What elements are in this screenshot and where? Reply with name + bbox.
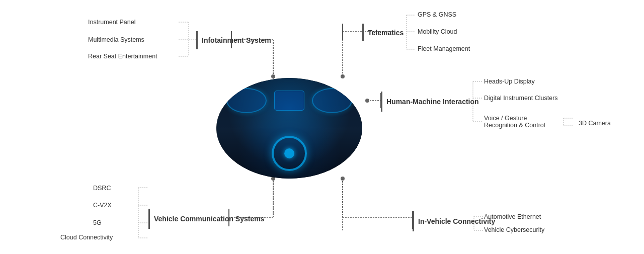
hmi-label: Human-Machine Interaction [386, 97, 479, 106]
telematics-node: Telematics [362, 24, 404, 41]
cv2x-label: C-V2X [93, 202, 112, 209]
car-image [216, 78, 362, 179]
dash-center [274, 91, 304, 111]
rear-seat-label: Rear Seat Entertainment [88, 53, 157, 60]
vehicle-cybersecurity-label: Vehicle Cybersecurity [484, 226, 544, 233]
digital-clusters-label: Digital Instrument Clusters [484, 95, 558, 102]
voice-gesture-label: Voice / Gesture Recognition & Control [484, 115, 554, 129]
ivc-node: In-Vehicle Connectivity [413, 211, 495, 231]
gps-label: GPS & GNSS [418, 11, 456, 18]
dash-right [312, 88, 352, 113]
svg-point-45 [365, 99, 369, 103]
infotainment-node: Infotainment System [196, 31, 271, 49]
steering-wheel [272, 136, 307, 171]
dsrc-label: DSRC [93, 185, 111, 192]
vcs-label: Vehicle Communication Systems [154, 214, 264, 223]
cloud-connectivity-label: Cloud Connectivity [60, 234, 113, 241]
infotainment-label: Infotainment System [202, 36, 271, 45]
automotive-ethernet-label: Automotive Ethernet [484, 213, 541, 220]
mobility-cloud-label: Mobility Cloud [418, 28, 457, 35]
5g-label: 5G [93, 219, 102, 226]
telematics-label: Telematics [368, 29, 404, 37]
3d-camera-label: 3D Camera [579, 120, 611, 127]
svg-point-40 [341, 177, 345, 181]
car-interior [216, 78, 362, 179]
heads-up-label: Heads-Up Display [484, 78, 535, 85]
diagram-container: Instrument Panel Multimedia Systems Rear… [0, 0, 644, 254]
dash-left [226, 88, 267, 113]
multimedia-systems-label: Multimedia Systems [88, 36, 144, 43]
instrument-panel-label: Instrument Panel [88, 19, 136, 26]
svg-point-38 [341, 74, 345, 78]
hmi-node: Human-Machine Interaction [381, 92, 479, 112]
vcs-node: Vehicle Communication Systems [148, 209, 264, 229]
svg-point-37 [271, 74, 275, 78]
fleet-management-label: Fleet Management [418, 45, 470, 52]
